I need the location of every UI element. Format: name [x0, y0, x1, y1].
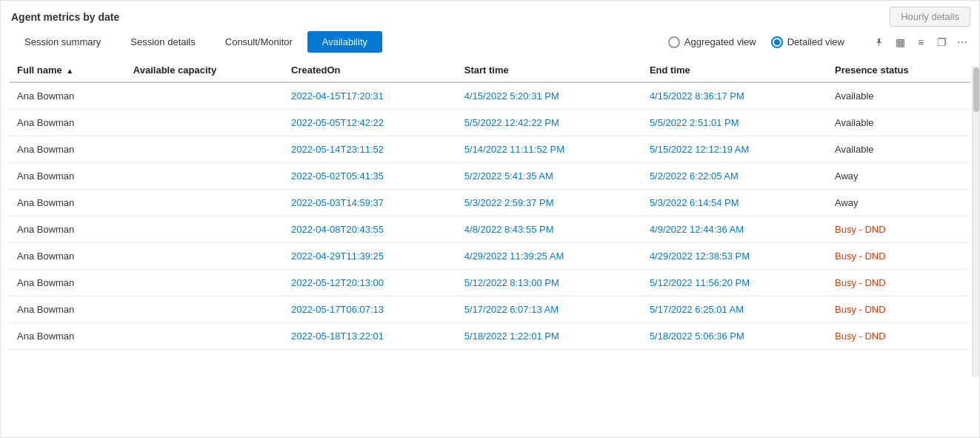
cell-created-on: 2022-05-03T14:59:37 [284, 190, 457, 216]
cell-full-name: Ana Bowman [10, 270, 126, 296]
tabs-row: Session summary Session details Consult/… [1, 27, 979, 53]
col-presence-status[interactable]: Presence status [827, 59, 970, 82]
cell-start-time: 5/12/2022 8:13:00 PM [457, 270, 642, 296]
cell-start-time: 5/17/2022 6:07:13 AM [457, 296, 642, 323]
cell-full-name: Ana Bowman [10, 110, 126, 136]
cell-created-on: 2022-04-15T17:20:31 [284, 82, 457, 110]
table-row: Ana Bowman2022-05-14T23:11:525/14/2022 1… [10, 136, 970, 163]
table-header-row: Full name ▲ Available capacity CreatedOn… [10, 59, 970, 82]
data-table: Full name ▲ Available capacity CreatedOn… [10, 59, 970, 350]
cell-presence-status: Busy - DND [827, 270, 970, 296]
col-full-name[interactable]: Full name ▲ [10, 59, 126, 82]
table-area: Full name ▲ Available capacity CreatedOn… [1, 59, 979, 437]
cell-available-capacity [126, 163, 284, 190]
col-available-capacity[interactable]: Available capacity [126, 59, 284, 82]
table-row: Ana Bowman2022-05-05T12:42:225/5/2022 12… [10, 110, 970, 136]
filter-icon[interactable]: ≡ [913, 34, 929, 50]
table-row: Ana Bowman2022-05-02T05:41:355/2/2022 5:… [10, 163, 970, 190]
cell-end-time: 5/5/2022 2:51:01 PM [642, 110, 827, 136]
cell-presence-status: Available [827, 110, 970, 136]
table-row: Ana Bowman2022-05-17T06:07:135/17/2022 6… [10, 296, 970, 323]
detailed-view-option[interactable]: Detailed view [771, 36, 844, 48]
cell-end-time: 4/9/2022 12:44:36 AM [642, 216, 827, 243]
cell-full-name: Ana Bowman [10, 136, 126, 163]
table-row: Ana Bowman2022-04-08T20:43:554/8/2022 8:… [10, 216, 970, 243]
cell-available-capacity [126, 190, 284, 216]
tab-consult-monitor[interactable]: Consult/Monitor [210, 31, 307, 53]
copy-icon[interactable]: ▦ [892, 34, 908, 50]
aggregated-label: Aggregated view [684, 36, 756, 47]
scrollbar-thumb[interactable] [973, 67, 979, 112]
scrollbar[interactable] [972, 66, 979, 377]
cell-available-capacity [126, 323, 284, 350]
cell-presence-status: Available [827, 82, 970, 110]
cell-start-time: 5/18/2022 1:22:01 PM [457, 323, 642, 350]
detailed-radio[interactable] [771, 36, 783, 48]
cell-start-time: 5/3/2022 2:59:37 PM [457, 190, 642, 216]
expand-icon[interactable]: ❐ [933, 34, 950, 50]
cell-presence-status: Busy - DND [827, 296, 970, 323]
cell-full-name: Ana Bowman [10, 243, 126, 270]
detailed-label: Detailed view [787, 36, 844, 47]
table-row: Ana Bowman2022-05-03T14:59:375/3/2022 2:… [10, 190, 970, 216]
col-end-time[interactable]: End time [642, 59, 827, 82]
cell-end-time: 5/2/2022 6:22:05 AM [642, 163, 827, 190]
more-icon[interactable]: ⋯ [954, 34, 970, 50]
cell-created-on: 2022-05-05T12:42:22 [284, 110, 457, 136]
cell-presence-status: Busy - DND [827, 243, 970, 270]
cell-end-time: 5/3/2022 6:14:54 PM [642, 190, 827, 216]
col-start-time[interactable]: Start time [457, 59, 642, 82]
cell-presence-status: Busy - DND [827, 323, 970, 350]
detailed-radio-fill [774, 39, 780, 45]
page-container: Agent metrics by date Hourly details Ses… [0, 0, 980, 438]
cell-end-time: 5/15/2022 12:12:19 AM [642, 136, 827, 163]
cell-end-time: 5/18/2022 5:06:36 PM [642, 323, 827, 350]
cell-created-on: 2022-05-17T06:07:13 [284, 296, 457, 323]
cell-full-name: Ana Bowman [10, 82, 126, 110]
cell-end-time: 5/17/2022 6:25:01 AM [642, 296, 827, 323]
table-row: Ana Bowman2022-05-18T13:22:015/18/2022 1… [10, 323, 970, 350]
cell-available-capacity [126, 136, 284, 163]
aggregated-radio[interactable] [668, 36, 680, 48]
cell-full-name: Ana Bowman [10, 163, 126, 190]
cell-available-capacity [126, 296, 284, 323]
cell-end-time: 5/12/2022 11:56:20 PM [642, 270, 827, 296]
cell-available-capacity [126, 216, 284, 243]
cell-created-on: 2022-05-12T20:13:00 [284, 270, 457, 296]
cell-start-time: 4/29/2022 11:39:25 AM [457, 243, 642, 270]
cell-available-capacity [126, 243, 284, 270]
cell-start-time: 5/14/2022 11:11:52 PM [457, 136, 642, 163]
tab-session-summary[interactable]: Session summary [10, 31, 116, 53]
col-created-on[interactable]: CreatedOn [284, 59, 457, 82]
cell-presence-status: Busy - DND [827, 216, 970, 243]
cell-presence-status: Away [827, 163, 970, 190]
cell-start-time: 4/8/2022 8:43:55 PM [457, 216, 642, 243]
table-row: Ana Bowman2022-04-29T11:39:254/29/2022 1… [10, 243, 970, 270]
cell-end-time: 4/29/2022 12:38:53 PM [642, 243, 827, 270]
cell-full-name: Ana Bowman [10, 190, 126, 216]
cell-available-capacity [126, 270, 284, 296]
cell-presence-status: Away [827, 190, 970, 216]
table-row: Ana Bowman2022-05-12T20:13:005/12/2022 8… [10, 270, 970, 296]
page-title: Agent metrics by date [10, 11, 119, 23]
table-body: Ana Bowman2022-04-15T17:20:314/15/2022 5… [10, 82, 970, 350]
cell-created-on: 2022-04-29T11:39:25 [284, 243, 457, 270]
top-bar: Agent metrics by date Hourly details [1, 1, 979, 27]
cell-created-on: 2022-04-08T20:43:55 [284, 216, 457, 243]
hourly-details-button[interactable]: Hourly details [890, 7, 970, 27]
cell-start-time: 4/15/2022 5:20:31 PM [457, 82, 642, 110]
cell-created-on: 2022-05-02T05:41:35 [284, 163, 457, 190]
pin-icon[interactable]: 🖈 [871, 34, 887, 50]
table-row: Ana Bowman2022-04-15T17:20:314/15/2022 5… [10, 82, 970, 110]
aggregated-view-option[interactable]: Aggregated view [668, 36, 756, 48]
cell-full-name: Ana Bowman [10, 296, 126, 323]
cell-created-on: 2022-05-14T23:11:52 [284, 136, 457, 163]
cell-available-capacity [126, 82, 284, 110]
toolbar-icons: 🖈 ▦ ≡ ❐ ⋯ [871, 34, 970, 50]
tab-availability[interactable]: Availability [307, 31, 382, 53]
cell-created-on: 2022-05-18T13:22:01 [284, 323, 457, 350]
tab-session-details[interactable]: Session details [116, 31, 210, 53]
cell-start-time: 5/5/2022 12:42:22 PM [457, 110, 642, 136]
cell-end-time: 4/15/2022 8:36:17 PM [642, 82, 827, 110]
cell-full-name: Ana Bowman [10, 216, 126, 243]
